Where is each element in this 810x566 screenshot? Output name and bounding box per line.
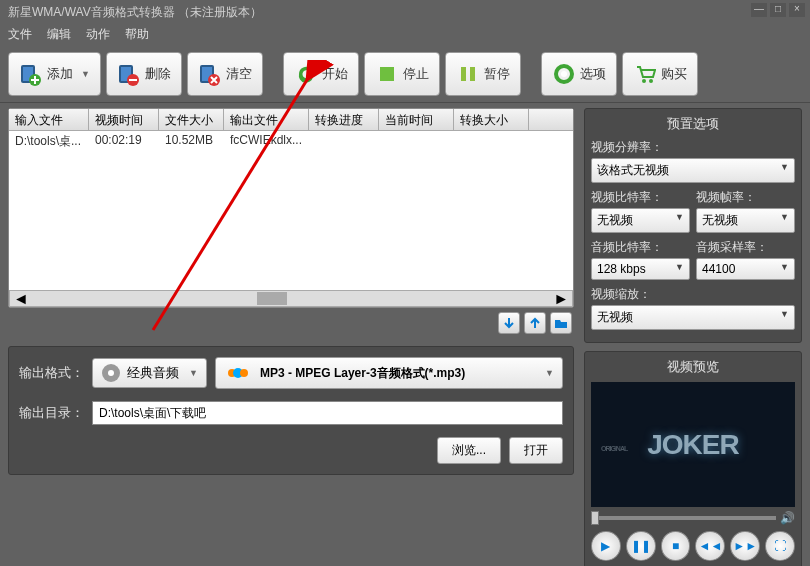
table-row[interactable]: D:\tools\桌... 00:02:19 10.52MB fcCWIEkdl… bbox=[9, 131, 573, 151]
app-title: 新星WMA/WAV音频格式转换器 （未注册版本） bbox=[8, 4, 262, 21]
next-button[interactable]: ►► bbox=[730, 531, 760, 561]
video-zoom-select[interactable]: 无视频▼ bbox=[591, 305, 795, 330]
cd-icon bbox=[101, 363, 121, 383]
mp3-icon bbox=[224, 363, 252, 383]
volume-icon[interactable]: 🔊 bbox=[780, 511, 795, 525]
output-panel: 输出格式： 经典音频▼ MP3 - MPEG Layer-3音频格式(*.mp3… bbox=[8, 346, 574, 475]
fullscreen-button[interactable]: ⛶ bbox=[765, 531, 795, 561]
preview-title: 视频预览 bbox=[591, 358, 795, 376]
minimize-icon[interactable]: — bbox=[751, 3, 767, 17]
svg-rect-9 bbox=[380, 67, 394, 81]
options-button[interactable]: 选项 bbox=[541, 52, 617, 96]
preview-panel: 视频预览 ORIGINAL JOKER 🔊 ▶ ❚❚ ■ ◄◄ ►► ⛶ bbox=[584, 351, 802, 566]
pause-icon bbox=[456, 62, 480, 86]
seek-slider[interactable] bbox=[591, 516, 776, 520]
audio-samplerate-select[interactable]: 44100▼ bbox=[696, 258, 795, 280]
video-fps-select[interactable]: 无视频▼ bbox=[696, 208, 795, 233]
video-resolution-select[interactable]: 该格式无视频▼ bbox=[591, 158, 795, 183]
preset-title: 预置选项 bbox=[591, 115, 795, 133]
col-vtime[interactable]: 视频时间 bbox=[89, 109, 159, 130]
format-category-select[interactable]: 经典音频▼ bbox=[92, 358, 207, 388]
clear-button[interactable]: 清空 bbox=[187, 52, 263, 96]
output-dir-label: 输出目录： bbox=[19, 404, 84, 422]
browse-button[interactable]: 浏览... bbox=[437, 437, 501, 464]
maximize-icon[interactable]: □ bbox=[770, 3, 786, 17]
grid-header: 输入文件 视频时间 文件大小 输出文件 转换进度 当前时间 转换大小 bbox=[9, 109, 573, 131]
file-grid[interactable]: 输入文件 视频时间 文件大小 输出文件 转换进度 当前时间 转换大小 D:\to… bbox=[8, 108, 574, 308]
menu-help[interactable]: 帮助 bbox=[125, 26, 149, 44]
toolbar: 添加▼ 删除 清空 开始 停止 暂停 选项 购买 bbox=[0, 46, 810, 103]
add-button[interactable]: 添加▼ bbox=[8, 52, 101, 96]
move-up-button[interactable] bbox=[524, 312, 546, 334]
svg-point-15 bbox=[649, 79, 653, 83]
menu-edit[interactable]: 编辑 bbox=[47, 26, 71, 44]
menu-file[interactable]: 文件 bbox=[8, 26, 32, 44]
pause-button[interactable]: 暂停 bbox=[445, 52, 521, 96]
output-dir-input[interactable] bbox=[92, 401, 563, 425]
svg-point-21 bbox=[240, 369, 248, 377]
chevron-down-icon: ▼ bbox=[81, 69, 90, 79]
col-output[interactable]: 输出文件 bbox=[224, 109, 309, 130]
start-button[interactable]: 开始 bbox=[283, 52, 359, 96]
close-icon[interactable]: × bbox=[789, 3, 805, 17]
svg-point-13 bbox=[561, 71, 567, 77]
video-preview: ORIGINAL JOKER bbox=[591, 382, 795, 507]
col-csize[interactable]: 转换大小 bbox=[454, 109, 529, 130]
col-prog[interactable]: 转换进度 bbox=[309, 109, 379, 130]
menu-bar: 文件 编辑 动作 帮助 bbox=[0, 24, 810, 46]
output-format-label: 输出格式： bbox=[19, 364, 84, 382]
film-delete-icon bbox=[117, 62, 141, 86]
svg-point-18 bbox=[108, 370, 114, 376]
stop-button[interactable]: 停止 bbox=[364, 52, 440, 96]
folder-button[interactable] bbox=[550, 312, 572, 334]
refresh-icon bbox=[294, 62, 318, 86]
open-button[interactable]: 打开 bbox=[509, 437, 563, 464]
player-stop-button[interactable]: ■ bbox=[661, 531, 691, 561]
stop-icon bbox=[375, 62, 399, 86]
prev-button[interactable]: ◄◄ bbox=[695, 531, 725, 561]
h-scrollbar[interactable]: ◄► bbox=[9, 290, 573, 307]
gear-icon bbox=[552, 62, 576, 86]
svg-point-14 bbox=[642, 79, 646, 83]
video-bitrate-select[interactable]: 无视频▼ bbox=[591, 208, 690, 233]
preset-panel: 预置选项 视频分辨率： 该格式无视频▼ 视频比特率： 无视频▼ 视频帧率： 无视… bbox=[584, 108, 802, 343]
col-fsize[interactable]: 文件大小 bbox=[159, 109, 224, 130]
film-add-icon bbox=[19, 62, 43, 86]
col-input[interactable]: 输入文件 bbox=[9, 109, 89, 130]
format-select[interactable]: MP3 - MPEG Layer-3音频格式(*.mp3) ▼ bbox=[215, 357, 563, 389]
menu-action[interactable]: 动作 bbox=[86, 26, 110, 44]
film-clear-icon bbox=[198, 62, 222, 86]
svg-rect-11 bbox=[470, 67, 475, 81]
play-button[interactable]: ▶ bbox=[591, 531, 621, 561]
move-down-button[interactable] bbox=[498, 312, 520, 334]
col-ctime[interactable]: 当前时间 bbox=[379, 109, 454, 130]
cart-icon bbox=[633, 62, 657, 86]
audio-bitrate-select[interactable]: 128 kbps▼ bbox=[591, 258, 690, 280]
buy-button[interactable]: 购买 bbox=[622, 52, 698, 96]
player-pause-button[interactable]: ❚❚ bbox=[626, 531, 656, 561]
delete-button[interactable]: 删除 bbox=[106, 52, 182, 96]
svg-rect-10 bbox=[461, 67, 466, 81]
